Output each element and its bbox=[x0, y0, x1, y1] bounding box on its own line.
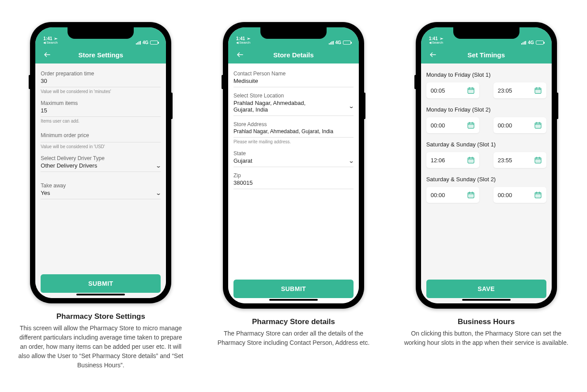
caption-title: Business Hours bbox=[403, 317, 569, 326]
field-value: 15 bbox=[41, 106, 161, 115]
slot-1: Monday to Friday (Slot 1) 00:05 23:05 bbox=[426, 71, 546, 98]
field-label: Zip bbox=[233, 172, 354, 179]
battery-icon bbox=[150, 41, 158, 45]
app-header: Store Settings bbox=[35, 46, 166, 63]
field-label: Maximum items bbox=[41, 100, 161, 106]
time-to-input[interactable]: 00:00 bbox=[493, 187, 546, 203]
notch bbox=[260, 27, 327, 39]
field-value: Prahlad Nagar, Ahmedabad, Gujarat, India bbox=[233, 99, 322, 114]
submit-button[interactable]: SUBMIT bbox=[41, 274, 161, 293]
contact-name-field[interactable]: Contact Person Name Medisuite bbox=[233, 68, 354, 87]
time-to-input[interactable]: 23:05 bbox=[493, 82, 546, 98]
notch bbox=[453, 27, 519, 39]
time-value: 00:00 bbox=[498, 122, 512, 129]
time-to-input[interactable]: 23:55 bbox=[493, 152, 546, 168]
status-search[interactable]: Search bbox=[43, 41, 57, 45]
caption-desc: The Pharmacy Store can order all the det… bbox=[211, 329, 377, 347]
slot-label: Monday to Friday (Slot 1) bbox=[426, 71, 546, 78]
field-hint: Value will be considered in 'minutes' bbox=[41, 87, 161, 97]
submit-button[interactable]: SUBMIT bbox=[233, 280, 354, 298]
zip-field[interactable]: Zip 380015 bbox=[233, 170, 354, 189]
time-value: 23:55 bbox=[498, 157, 512, 164]
calendar-icon bbox=[534, 191, 542, 199]
time-from-input[interactable]: 12:06 bbox=[426, 152, 479, 168]
store-location-field[interactable]: Select Store Location Prahlad Nagar, Ahm… bbox=[233, 90, 354, 116]
time-value: 00:00 bbox=[431, 122, 445, 129]
home-indicator[interactable] bbox=[462, 299, 511, 301]
save-button[interactable]: SAVE bbox=[426, 280, 546, 298]
time-value: 12:06 bbox=[431, 157, 445, 164]
app-header: Store Details bbox=[228, 46, 359, 63]
network-label: 4G bbox=[143, 40, 148, 45]
network-label: 4G bbox=[528, 40, 534, 45]
field-label: Take away bbox=[41, 183, 161, 189]
signal-icon bbox=[521, 41, 526, 45]
calendar-icon bbox=[467, 121, 475, 129]
prep-time-field[interactable]: Order preparation time 30 bbox=[41, 68, 161, 87]
driver-type-field[interactable]: Select Delivery Driver Type Other Delive… bbox=[41, 153, 161, 172]
phone-store-settings: 1:41 ➣ Search 4G Store Settings bbox=[30, 22, 171, 303]
chevron-down-icon: ⌄ bbox=[155, 163, 162, 169]
caption-desc: On clicking this button, the Pharmacy St… bbox=[403, 329, 569, 347]
field-value bbox=[41, 138, 161, 140]
content-area: Order preparation time 30 Value will be … bbox=[35, 63, 166, 298]
home-indicator[interactable] bbox=[269, 299, 318, 301]
store-address-field[interactable]: Store Address Prahlad Nagar, Ahmedabad, … bbox=[233, 119, 354, 138]
signal-icon bbox=[136, 41, 141, 45]
calendar-icon bbox=[534, 121, 542, 129]
calendar-icon bbox=[534, 86, 542, 94]
time-from-input[interactable]: 00:00 bbox=[426, 187, 479, 203]
field-value: 380015 bbox=[233, 179, 354, 187]
time-value: 00:05 bbox=[431, 87, 445, 94]
field-label: State bbox=[233, 150, 354, 157]
field-value: 30 bbox=[41, 77, 161, 85]
field-hint: Items user can add. bbox=[41, 117, 161, 127]
field-label: Select Delivery Driver Type bbox=[41, 155, 161, 161]
caption-title: Pharmacy Store Settings bbox=[18, 312, 184, 321]
time-value: 00:00 bbox=[431, 192, 445, 198]
content-area: Monday to Friday (Slot 1) 00:05 23:05 bbox=[421, 63, 552, 303]
slot-label: Saturday & Sunday (Slot 1) bbox=[426, 141, 546, 148]
slot-3: Saturday & Sunday (Slot 1) 12:06 23:55 bbox=[426, 141, 546, 168]
phone-store-details: 1:41 ➣ Search 4G Store Details bbox=[223, 22, 364, 309]
home-indicator[interactable] bbox=[76, 294, 125, 295]
battery-icon bbox=[343, 41, 351, 45]
app-header: Set Timings bbox=[421, 46, 552, 63]
field-label: Contact Person Name bbox=[233, 71, 354, 77]
field-value: Yes bbox=[41, 189, 50, 197]
slot-label: Monday to Friday (Slot 2) bbox=[426, 106, 546, 113]
field-value: Gujarat bbox=[233, 157, 252, 165]
field-value: Other Delivery Drivers bbox=[41, 161, 97, 170]
battery-icon bbox=[536, 41, 544, 45]
field-value: Prahlad Nagar, Ahmedabad, Gujarat, India bbox=[233, 127, 354, 135]
field-value: Medisuite bbox=[233, 77, 354, 85]
content-area: Contact Person Name Medisuite Select Sto… bbox=[228, 63, 359, 303]
takeaway-field[interactable]: Take away Yes ⌄ bbox=[41, 180, 161, 199]
chevron-down-icon: ⌄ bbox=[155, 190, 162, 196]
max-items-field[interactable]: Maximum items 15 bbox=[41, 97, 161, 117]
time-to-input[interactable]: 00:00 bbox=[493, 117, 546, 133]
chevron-down-icon: ⌄ bbox=[348, 158, 354, 164]
time-value: 00:00 bbox=[498, 192, 512, 198]
time-value: 23:05 bbox=[498, 87, 512, 94]
field-label: Store Address bbox=[233, 121, 354, 127]
notch bbox=[68, 27, 134, 39]
phone-set-timings: 1:41 ➣ Search 4G Set Timings bbox=[416, 22, 557, 309]
slot-label: Saturday & Sunday (Slot 2) bbox=[426, 176, 546, 183]
time-from-input[interactable]: 00:05 bbox=[426, 82, 479, 98]
page-title: Set Timings bbox=[426, 51, 546, 59]
slot-4: Saturday & Sunday (Slot 2) 00:00 00:00 bbox=[426, 176, 546, 203]
caption-title: Pharmacy Store details bbox=[211, 317, 377, 326]
field-label: Order preparation time bbox=[41, 71, 161, 77]
state-field[interactable]: State Gujarat ⌄ bbox=[233, 148, 354, 167]
page-title: Store Settings bbox=[41, 51, 161, 59]
calendar-icon bbox=[467, 191, 475, 199]
status-search[interactable]: Search bbox=[429, 41, 443, 45]
time-from-input[interactable]: 00:00 bbox=[426, 117, 479, 133]
status-search[interactable]: Search bbox=[236, 41, 250, 45]
calendar-icon bbox=[467, 86, 475, 94]
caption-desc: This screen will allow the Pharmacy Stor… bbox=[18, 324, 184, 370]
min-order-field[interactable]: Minimum order price bbox=[41, 130, 161, 142]
chevron-down-icon: ⌄ bbox=[348, 103, 354, 109]
field-hint: Please write mailing address. bbox=[233, 138, 354, 148]
